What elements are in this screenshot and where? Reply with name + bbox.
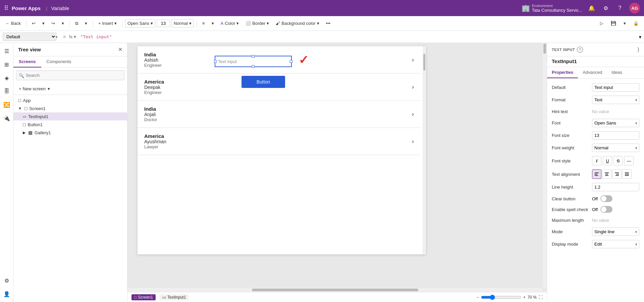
insert-plus-icon: + (98, 21, 101, 26)
italic-button[interactable]: I (592, 156, 601, 165)
align-justify-button[interactable] (622, 169, 632, 179)
prop-format-select[interactable]: Text (592, 96, 639, 104)
help-icon[interactable]: ? (615, 3, 625, 13)
back-button[interactable]: ← Back (3, 19, 23, 27)
prop-font-size-input[interactable] (592, 131, 639, 140)
item3-chevron-icon: › (412, 111, 414, 118)
prop-display-mode-select[interactable]: Edit (592, 240, 639, 248)
data-icon[interactable]: 🗄 (1, 86, 12, 97)
prop-font-select[interactable]: Open Sans (592, 119, 639, 127)
apps-icon[interactable]: ⠿ (4, 4, 8, 12)
toolbar-separator-1 (26, 19, 26, 28)
save-dropdown[interactable]: ▾ (621, 19, 629, 27)
flow-icon[interactable]: 🔀 (1, 99, 12, 110)
gallery-scrollbar[interactable] (423, 46, 426, 254)
svg-rect-2 (595, 175, 598, 176)
undo-dropdown[interactable]: ▾ (40, 19, 47, 27)
tab-screens[interactable]: Screens (13, 56, 41, 67)
tab-advanced[interactable]: Advanced (578, 67, 607, 78)
text-align-dropdown[interactable]: ▾ (209, 19, 217, 27)
formula-expand-icon[interactable]: ▾ (639, 34, 641, 40)
copy-button[interactable]: ⧉ (72, 19, 81, 28)
insert-button[interactable]: + Insert ▾ (96, 19, 119, 27)
canvas-textinput-element[interactable]: Text input (215, 56, 292, 67)
color-button[interactable]: A Color ▾ (218, 19, 242, 27)
save-button[interactable]: 💾 (608, 19, 619, 27)
prop-default-input[interactable] (592, 83, 639, 92)
tree-header: Tree view ✕ (13, 43, 127, 56)
redo-button[interactable]: ↪ (49, 19, 58, 27)
formula-input[interactable] (78, 33, 637, 40)
align-left-button[interactable] (592, 169, 601, 179)
share-button[interactable]: 🔒 (631, 19, 641, 27)
border-button[interactable]: ⬜ Border ▾ (243, 19, 272, 27)
align-right-button[interactable] (612, 169, 622, 179)
prop-font-weight-select[interactable]: Normal (592, 144, 639, 152)
svg-rect-7 (616, 174, 619, 174)
spell-check-toggle[interactable] (600, 206, 612, 213)
underline-button[interactable]: U (603, 156, 612, 165)
props-expand-icon[interactable]: ⟩ (637, 46, 639, 53)
user-left-icon[interactable]: 👤 (1, 289, 12, 299)
align-center-button[interactable] (602, 169, 611, 179)
tree-search-input[interactable] (16, 70, 124, 80)
element-selector[interactable]: Default (3, 33, 56, 41)
prop-mode-select[interactable]: Single line (592, 228, 639, 236)
settings-left-icon[interactable]: ⚙ (1, 275, 12, 286)
font-weight-dropdown[interactable]: Normal ▾ (171, 19, 194, 28)
props-tabs: Properties Advanced Ideas (547, 67, 644, 79)
strikethrough-button[interactable]: S (613, 156, 623, 165)
canvas-button-element[interactable]: Button (241, 76, 285, 88)
toolbar-separator-3 (93, 19, 93, 28)
zoom-value: 70 % (528, 295, 537, 300)
background-color-button[interactable]: 🖌 Background color ▾ (273, 19, 322, 27)
redo-dropdown[interactable]: ▾ (59, 19, 67, 27)
font-size-input[interactable] (157, 19, 170, 27)
plugin-icon[interactable]: 🔌 (1, 113, 12, 123)
tab-ideas[interactable]: Ideas (607, 67, 627, 78)
left-icon-sidebar: ☰ ⊞ ◈ 🗄 🔀 🔌 ⚙ 👤 (0, 43, 13, 302)
more-button[interactable]: ••• (323, 19, 333, 27)
new-screen-button[interactable]: + New screen ▾ (16, 85, 53, 93)
text-align-button[interactable]: ≡ (200, 19, 208, 27)
vertical-scrollbar[interactable] (543, 43, 547, 288)
collapse-sidebar-icon[interactable]: ☰ (1, 46, 12, 56)
prop-line-height-input[interactable] (592, 183, 639, 191)
font-weight-chevron: ▾ (189, 21, 192, 26)
components-icon[interactable]: ◈ (1, 72, 12, 83)
gallery-item-4[interactable]: America Ayushman Lawyer › (138, 128, 421, 155)
prop-hint-value: No value (592, 109, 609, 114)
formula-bar: Default = fx ▾ ▾ (0, 31, 644, 43)
search-icon: 🔍 (19, 73, 24, 78)
horizontal-scrollbar[interactable] (127, 288, 543, 292)
bell-icon[interactable]: 🔔 (587, 3, 596, 13)
zoom-minus-button[interactable]: − (477, 295, 479, 300)
clear-button-toggle[interactable] (600, 195, 612, 202)
undo-button[interactable]: ↩ (29, 19, 38, 27)
tree-item-textinput1[interactable]: ▭ TextInput1 ••• (13, 112, 127, 120)
tree-close-button[interactable]: ✕ (118, 46, 122, 53)
tab-components[interactable]: Components (41, 56, 77, 67)
zoom-plus-button[interactable]: + (523, 295, 526, 300)
user-avatar[interactable]: AG (629, 3, 640, 13)
tab-properties[interactable]: Properties (547, 67, 578, 78)
tree-item-button1[interactable]: □ Button1 (13, 120, 127, 129)
item2-role: Engineer (144, 90, 412, 95)
home-icon[interactable]: ⊞ (1, 59, 12, 70)
screen1-tag[interactable]: □ Screen1 (131, 294, 156, 300)
strikethrough2-button[interactable]: — (624, 156, 634, 165)
gallery-item-3[interactable]: India Anjali Doctor › (138, 101, 421, 128)
tree-item-app[interactable]: □ App (13, 96, 127, 104)
zoom-slider[interactable] (481, 295, 521, 300)
copy-dropdown[interactable]: ▾ (82, 19, 90, 27)
tree-item-gallery1[interactable]: ▶ ▦ Gallery1 (13, 129, 127, 137)
vertical-scrollbar-thumb (543, 44, 546, 54)
preview-button[interactable]: ▷ (597, 19, 606, 27)
fullscreen-icon[interactable]: ⛶ (539, 295, 543, 300)
gallery-item-4-info: America Ayushman Lawyer (144, 133, 412, 149)
settings-icon[interactable]: ⚙ (601, 3, 610, 13)
font-family-dropdown[interactable]: Open Sans ▾ (125, 19, 155, 28)
textinput1-tag[interactable]: ▭ TextInput1 (160, 294, 189, 300)
tree-item-screen1[interactable]: ▼ □ Screen1 (13, 104, 127, 112)
props-help-button[interactable]: ? (577, 47, 583, 53)
